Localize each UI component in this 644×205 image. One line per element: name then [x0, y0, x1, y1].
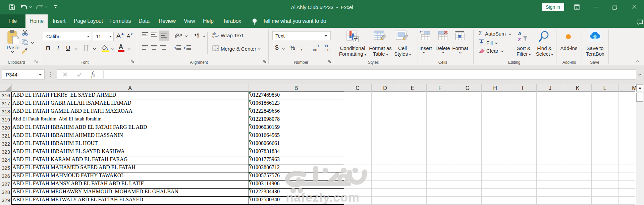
- svg-text:¶: ¶: [197, 32, 199, 38]
- svg-text:ab: ab: [175, 32, 180, 39]
- svg-text:A: A: [518, 31, 522, 36]
- svg-text:c: c: [212, 35, 214, 38]
- svg-text:Z: Z: [518, 37, 521, 42]
- svg-text:nafezly.com: nafezly.com: [286, 191, 360, 204]
